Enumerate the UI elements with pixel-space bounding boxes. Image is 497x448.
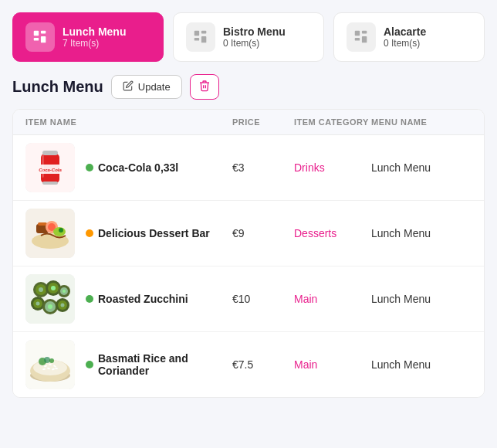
alacarte-menu-title: Alacarte (384, 25, 426, 38)
table-row: Delicious Dessert Bar €9 Desserts Lunch … (13, 201, 484, 266)
bistro-menu-title: Bistro Menu (223, 25, 286, 38)
price-cell-1: €3 (232, 161, 294, 174)
svg-rect-18 (42, 154, 44, 178)
svg-point-26 (59, 228, 63, 232)
update-label: Update (138, 81, 171, 93)
col-header-item-category: ITEM CATEGORY (294, 117, 371, 127)
svg-rect-5 (194, 38, 199, 41)
item-name-cell-2: Delicious Dessert Bar (25, 209, 232, 258)
category-cell-3: Main (294, 293, 371, 305)
table-row: Basmati Rice and Coriander €7.5 Main Lun… (13, 332, 484, 397)
lunch-menu-subtitle: 7 Item(s) (63, 38, 126, 49)
svg-rect-0 (34, 31, 39, 36)
col-header-menu-name: MENU NAME (371, 117, 472, 127)
svg-rect-3 (41, 36, 46, 42)
menu-name-cell-4: Lunch Menu (371, 358, 472, 371)
lunch-menu-title: Lunch Menu (63, 25, 126, 38)
svg-point-36 (63, 290, 66, 293)
page-header: Lunch Menu Update (0, 71, 497, 109)
lunch-menu-info: Lunch Menu 7 Item(s) (63, 25, 126, 49)
svg-rect-6 (201, 31, 206, 34)
svg-point-39 (36, 302, 40, 306)
page-title: Lunch Menu (12, 78, 103, 96)
status-dot-3 (86, 295, 93, 303)
item-name-cell-4: Basmati Rice and Coriander (25, 340, 232, 389)
menu-card-alacarte[interactable]: Alacarte 0 Item(s) (333, 12, 485, 62)
menu-card-bistro[interactable]: Bistro Menu 0 Item(s) (173, 12, 324, 62)
table-row: Coca-Cola Coca-Cola 0,33l €3 Drinks Lunc… (13, 135, 484, 201)
alacarte-menu-subtitle: 0 Item(s) (384, 38, 426, 49)
bistro-menu-icon (186, 22, 215, 52)
svg-rect-7 (201, 36, 206, 42)
svg-rect-15 (42, 182, 58, 185)
svg-rect-22 (38, 222, 47, 226)
item-image-zucchini (25, 274, 75, 324)
svg-point-20 (32, 233, 69, 249)
menu-cards-container: Lunch Menu 7 Item(s) Bistro Menu 0 Item(… (0, 0, 497, 71)
delete-icon (198, 80, 211, 94)
item-name-2: Delicious Dessert Bar (86, 227, 210, 239)
alacarte-menu-info: Alacarte 0 Item(s) (384, 25, 426, 49)
menu-name-cell-1: Lunch Menu (371, 161, 472, 174)
status-dot-4 (86, 361, 93, 368)
table-row: Roasted Zucchini €10 Main Lunch Menu (13, 266, 484, 332)
col-header-price: PRICE (232, 117, 294, 127)
menu-name-cell-2: Lunch Menu (371, 227, 472, 239)
item-name-1: Coca-Cola 0,33l (86, 161, 178, 174)
svg-point-58 (44, 357, 50, 363)
svg-rect-9 (355, 38, 360, 41)
svg-rect-8 (355, 31, 360, 36)
menu-card-lunch[interactable]: Lunch Menu 7 Item(s) (12, 12, 164, 62)
table-header: ITEM NAME PRICE ITEM CATEGORY MENU NAME (13, 110, 484, 135)
item-image-dessert (25, 209, 75, 258)
item-image-rice (25, 340, 75, 389)
svg-rect-11 (362, 36, 367, 42)
price-cell-3: €10 (232, 293, 294, 305)
item-name-cell-3: Roasted Zucchini (25, 274, 232, 324)
svg-point-30 (39, 287, 43, 292)
status-dot-1 (86, 164, 93, 171)
item-image-cola: Coca-Cola (25, 143, 75, 192)
svg-rect-14 (42, 151, 58, 155)
lunch-menu-icon (25, 22, 55, 52)
category-cell-2: Desserts (294, 227, 371, 239)
update-button[interactable]: Update (111, 75, 182, 99)
item-name-cell-1: Coca-Cola Coca-Cola 0,33l (25, 143, 232, 192)
price-cell-4: €7.5 (232, 358, 294, 371)
items-table: ITEM NAME PRICE ITEM CATEGORY MENU NAME (12, 109, 485, 398)
category-cell-4: Main (294, 358, 371, 371)
svg-point-42 (48, 304, 52, 309)
bistro-menu-subtitle: 0 Item(s) (223, 38, 286, 49)
alacarte-menu-icon (347, 22, 376, 52)
svg-point-59 (49, 358, 54, 363)
delete-button[interactable] (190, 74, 219, 100)
svg-rect-2 (41, 31, 46, 34)
status-dot-2 (86, 229, 93, 237)
svg-rect-4 (194, 31, 199, 36)
update-icon (123, 80, 134, 93)
svg-rect-1 (34, 38, 39, 41)
item-name-4: Basmati Rice and Coriander (86, 352, 232, 377)
category-cell-1: Drinks (294, 161, 371, 174)
svg-rect-10 (362, 31, 367, 34)
bistro-menu-info: Bistro Menu 0 Item(s) (223, 25, 286, 49)
svg-point-45 (61, 304, 65, 307)
col-header-item-name: ITEM NAME (25, 117, 232, 127)
svg-point-33 (51, 286, 56, 290)
menu-name-cell-3: Lunch Menu (371, 293, 472, 305)
price-cell-2: €9 (232, 227, 294, 239)
item-name-3: Roasted Zucchini (86, 293, 188, 305)
